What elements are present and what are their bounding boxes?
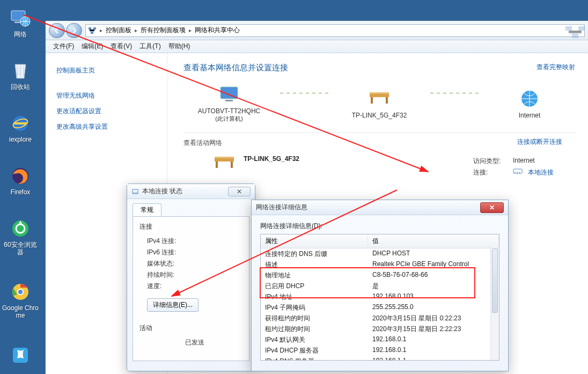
access-type-value: Internet [513,157,535,166]
list-item[interactable]: 已启用 DHCP是 [261,281,499,291]
header-value[interactable]: 值 [368,234,499,248]
cell-value: 是 [368,281,499,291]
close-button[interactable]: ✕ [228,187,251,196]
svg-rect-12 [89,27,91,30]
monitor-globe-icon [9,8,32,29]
group-activity: 活动 [139,324,242,333]
ethernet-icon [513,168,523,174]
svg-rect-18 [371,97,373,104]
cell-property: IPv4 默认网关 [261,334,368,345]
cell-value: 192.168.0.1 [368,334,499,345]
connection-link[interactable]: 本地连接 [528,168,554,177]
dialog-title-bar[interactable]: 网络连接详细信息 ✕ [252,200,508,215]
menu-view[interactable]: 查看(V) [107,41,135,52]
node-internet: Internet [484,87,575,119]
connection-line [280,93,328,93]
list-item[interactable]: 物理地址C8-5B-76-07-68-66 [261,270,499,281]
desktop-icon-label: Google Chrome [1,304,40,320]
list-item[interactable]: IPv4 地址192.168.0.103 [261,291,499,302]
list-item[interactable]: IPv4 默认网关192.168.0.1 [261,334,499,345]
dialog-title-bar[interactable]: 本地连接 状态 ✕ [127,184,255,199]
bench-icon [212,155,236,171]
list-item[interactable]: IPv4 DNS 服务器192.168.1.1 [261,356,499,361]
forward-button[interactable] [66,23,82,38]
list-item[interactable]: 描述Realtek PCIe GBE Family Control [261,259,499,270]
status-panel: 连接 IPv4 连接: IPv6 连接: 媒体状态: 持续时间: 速度: 详细信… [133,216,249,361]
cell-value: 192.168.0.1 [368,345,499,356]
cell-property: IPv4 子网掩码 [261,302,368,313]
close-icon: ✕ [489,204,495,211]
menu-edit[interactable]: 编辑(E) [78,41,106,52]
connection-details-dialog: 网络连接详细信息 ✕ 网络连接详细信息(D): 属性 值 连接特定的 DNS 后… [251,200,509,371]
svg-rect-26 [513,169,522,173]
cell-property: IPv4 DNS 服务器 [261,356,368,361]
link-advanced-sharing[interactable]: 更改高级共享设置 [56,119,167,135]
chevron-right-icon: ▸ [100,27,102,33]
svg-rect-20 [370,92,389,94]
details-listbox[interactable]: 属性 值 连接特定的 DNS 后缀DHCP HOST描述Realtek PCIe… [260,234,499,361]
desktop-icon-label: 网络 [14,31,27,38]
node-label: TP-LINK_5G_4F32 [352,112,407,119]
menu-help[interactable]: 帮助(H) [165,41,194,52]
desktop-icon-recycle[interactable]: 回收站 [0,58,41,93]
desktop-icon-360browser[interactable]: 60安全浏览器 [0,216,41,259]
connection-status-dialog: 本地连接 状态 ✕ 常规 连接 IPv4 连接: IPv6 连接: 媒体状态: … [127,184,255,371]
desktop-icon-label: 回收站 [11,83,30,91]
svg-rect-29 [572,34,578,38]
list-item[interactable]: 租约过期的时间2020年3月15日 星期日 2:22:23 [261,324,499,334]
header-property[interactable]: 属性 [261,234,368,248]
menu-bar: 文件(F) 编辑(E) 查看(V) 工具(T) 帮助(H) [46,40,588,53]
list-header: 属性 值 [261,234,499,248]
list-item[interactable]: 获得租约的时间2020年3月15日 星期日 0:22:23 [261,313,499,324]
network-map-row: AUTOBVT-TT2HQHC (此计算机) TP-LINK_5G_4F32 I… [183,83,575,123]
svg-rect-22 [215,158,234,162]
list-item[interactable]: 连接特定的 DNS 后缀DHCP HOST [261,248,499,259]
scrollbar-thumb[interactable] [492,248,498,313]
list-item[interactable]: IPv4 子网掩码255.255.255.0 [261,302,499,313]
svg-rect-24 [231,162,233,168]
link-connect-disconnect[interactable]: 连接或断开连接 [517,137,562,146]
tab-general[interactable]: 常规 [133,203,161,216]
desktop-icon-network[interactable]: 网络 [0,5,41,40]
cell-property: 物理地址 [261,270,368,281]
cell-property: 描述 [261,259,368,270]
recycle-bin-icon [9,60,32,82]
firefox-icon [9,165,32,187]
menu-file[interactable]: 文件(F) [50,41,77,52]
cell-value: 2020年3月15日 星期日 0:22:23 [368,313,499,324]
svg-rect-16 [225,100,233,101]
crumb-control-panel[interactable]: 控制面板 [106,26,131,35]
crumb-network-center[interactable]: 网络和共享中心 [195,26,240,35]
desktop-icon-unknown[interactable] [0,342,41,368]
360-browser-icon [9,218,32,239]
link-manage-wireless[interactable]: 管理无线网络 [56,88,167,104]
cell-value: 2020年3月15日 星期日 2:22:23 [368,324,499,334]
chrome-icon [9,281,32,303]
cell-value: C8-5B-76-07-68-66 [368,270,499,281]
monitor-icon [217,83,241,106]
cell-value: Realtek PCIe GBE Family Control [368,259,499,270]
desktop-icon-iexplore[interactable]: iexplore [0,111,41,145]
desktop-icon-label: Firefox [11,188,31,196]
link-control-panel-home[interactable]: 控制面板主页 [56,63,167,78]
cell-value: 255.255.255.0 [368,302,499,313]
ipv6-conn-label: IPv6 连接: [147,248,177,257]
chevron-right-icon: ▸ [135,27,137,33]
close-icon: ✕ [237,188,242,195]
link-full-map[interactable]: 查看完整映射 [536,63,575,72]
list-item[interactable]: IPv4 DHCP 服务器192.168.0.1 [261,345,499,356]
link-change-adapter[interactable]: 更改适配器设置 [56,104,167,119]
active-network-name: TP-LINK_5G_4F32 [244,155,299,163]
group-connection: 连接 [139,222,242,231]
desktop-icon-label: iexplore [9,136,32,143]
details-button[interactable]: 详细信息(E)... [147,298,199,312]
desktop-icon-chrome[interactable]: Google Chrome [0,279,41,322]
back-button[interactable] [49,23,65,38]
desktop-icon-firefox[interactable]: Firefox [0,163,41,198]
crumb-all-items[interactable]: 所有控制面板项 [141,26,186,35]
close-button[interactable]: ✕ [480,202,504,213]
menu-tools[interactable]: 工具(T) [136,41,164,52]
active-network-info: 访问类型: Internet 连接: 本地连接 [473,157,554,179]
breadcrumb[interactable]: ▸ 控制面板 ▸ 所有控制面板项 ▸ 网络和共享中心 [85,24,585,37]
scrollbar[interactable] [490,247,499,360]
